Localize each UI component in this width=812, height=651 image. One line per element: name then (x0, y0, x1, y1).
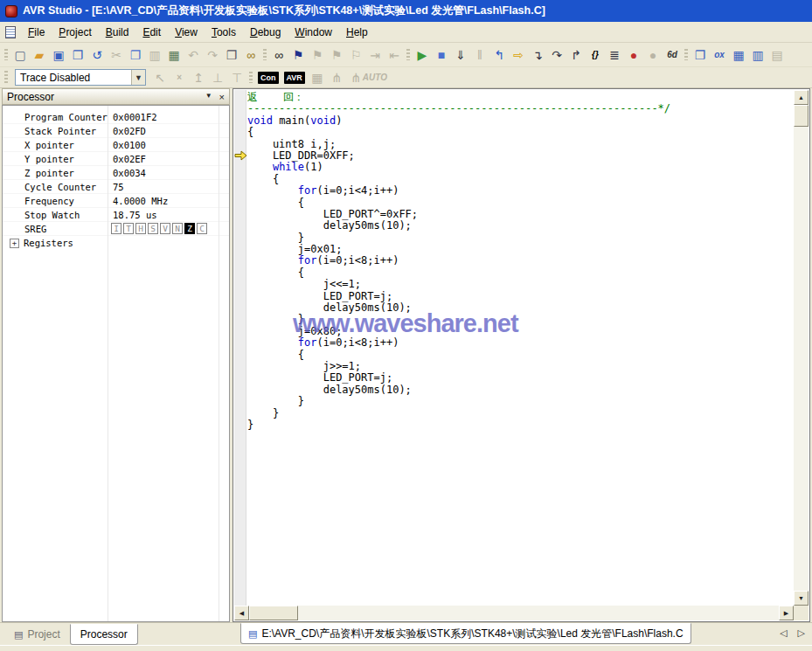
step-over-icon[interactable]: ↷ (547, 45, 566, 64)
code-line[interactable]: j=0x01; (247, 244, 793, 255)
menu-view[interactable]: View (168, 24, 205, 41)
sreg-flag-i[interactable]: I (111, 223, 121, 234)
code-line[interactable]: } (247, 408, 793, 419)
new-file-icon[interactable]: ▢ (10, 45, 30, 64)
horizontal-scroll-thumb[interactable] (249, 606, 298, 620)
expand-plus-icon[interactable]: + (10, 239, 19, 248)
code-line[interactable]: } (247, 419, 793, 431)
menu-window[interactable]: Window (288, 24, 339, 41)
code-line[interactable]: { (247, 174, 793, 185)
step-out-icon[interactable]: ↱ (566, 45, 586, 64)
register-value[interactable]: 0x02FD (108, 126, 146, 136)
register-value[interactable]: 0x0034 (108, 168, 146, 178)
trace-mode-dropdown[interactable]: Trace Disabled ▼ (15, 69, 146, 86)
quickwatch-icon[interactable]: 6d (663, 45, 682, 64)
code-area[interactable]: 返 回：------------------------------------… (247, 92, 793, 606)
register-value[interactable]: 0x0001F2 (108, 112, 157, 122)
register-value[interactable]: 0x0100 (108, 140, 146, 150)
register-window-icon[interactable]: ▦ (729, 45, 748, 64)
run-icon[interactable]: ▶ (413, 45, 432, 64)
code-line[interactable]: for(i=0;i<8;i++) (247, 337, 793, 349)
code-line[interactable]: ----------------------------------------… (247, 103, 793, 114)
sreg-flag-h[interactable]: H (135, 223, 146, 234)
menu-project[interactable]: Project (52, 24, 98, 41)
scroll-left-icon[interactable]: ◀ (234, 606, 249, 620)
horizontal-scrollbar[interactable]: ◀ ▶ (234, 606, 794, 620)
document-tab[interactable]: ▤ E:\AVR_CD\产品资料\开发板实验板\STK系列\STK48+\测试实… (240, 623, 691, 644)
code-line[interactable]: void main(void) (247, 115, 793, 127)
scroll-down-icon[interactable]: ▼ (794, 591, 809, 606)
next-document-icon[interactable]: ▷ (798, 627, 805, 639)
code-line[interactable]: { (247, 127, 793, 138)
tab-project[interactable]: ▤Project (4, 624, 70, 645)
show-next-statement-icon[interactable]: ↰ (489, 45, 509, 64)
reset-icon[interactable]: ⇓ (451, 45, 470, 64)
autostep-icon[interactable]: ≣ (605, 45, 624, 64)
copy-icon[interactable]: ❐ (126, 45, 145, 64)
print-icon[interactable]: ▦ (164, 45, 184, 64)
menu-help[interactable]: Help (339, 24, 375, 41)
code-line[interactable]: LED_PORT=j; (247, 372, 793, 384)
processor-panel-header[interactable]: Processor ▼ × (2, 88, 230, 105)
code-line[interactable]: { (247, 350, 793, 361)
code-line[interactable]: LED_DDR=0XFF; (247, 150, 793, 162)
tab-processor[interactable]: Processor (70, 624, 138, 645)
save-all-icon[interactable]: ❐ (68, 45, 87, 64)
sreg-flag-v[interactable]: V (160, 223, 170, 234)
code-line[interactable]: uint8 i,j; (247, 139, 793, 150)
io-window-icon[interactable]: ox (710, 45, 729, 64)
register-value[interactable]: 18.75 us (108, 210, 157, 220)
sreg-flag-n[interactable]: N (172, 223, 183, 234)
registers-row[interactable]: + Registers (3, 236, 229, 250)
code-line[interactable]: j<<=1; (247, 279, 793, 290)
code-line[interactable]: delay50ms(10); (247, 220, 793, 232)
open-file-icon[interactable]: ▰ (30, 45, 49, 64)
sreg-flag-c[interactable]: C (197, 223, 207, 234)
code-line[interactable]: } (247, 232, 793, 244)
vertical-scroll-thumb[interactable] (794, 105, 809, 127)
code-line[interactable]: for(i=0;i<8;i++) (247, 255, 793, 267)
prev-document-icon[interactable]: ◁ (780, 627, 787, 639)
register-value[interactable]: 75 (108, 182, 124, 192)
code-line[interactable]: LED_PORT^=0xFF; (247, 209, 793, 220)
register-value[interactable]: 0x02EF (108, 154, 146, 164)
connection-icon[interactable]: Con (258, 72, 279, 84)
sreg-flag-z[interactable]: Z (184, 223, 195, 234)
code-line[interactable]: 返 回： (247, 92, 793, 103)
scroll-up-icon[interactable]: ▲ (794, 90, 809, 105)
sreg-flag-s[interactable]: S (148, 223, 158, 234)
break-icon[interactable]: ■ (432, 45, 451, 64)
panel-menu-icon[interactable]: ▼ (205, 92, 212, 102)
save-file-icon[interactable]: ▣ (49, 45, 68, 64)
code-line[interactable]: LED_PORT=j; (247, 291, 793, 302)
find-in-files-icon[interactable]: ∞ (241, 45, 260, 64)
menu-edit[interactable]: Edit (135, 24, 168, 41)
run-to-cursor-icon[interactable]: {} (586, 45, 605, 64)
chevron-down-icon[interactable]: ▼ (131, 70, 145, 85)
menu-tools[interactable]: Tools (205, 24, 243, 41)
code-line[interactable]: } (247, 396, 793, 407)
toggle-breakpoint-icon[interactable]: ● (624, 45, 643, 64)
close-icon[interactable]: × (219, 92, 225, 102)
menu-debug[interactable]: Debug (243, 24, 288, 41)
title-bar[interactable]: AVR Studio - [E:\AVR_CD\产品资料\开发板实验板\STK系… (0, 0, 812, 22)
menu-file[interactable]: File (21, 24, 52, 41)
vertical-scrollbar[interactable]: ▲ ▼ (794, 90, 809, 606)
code-line[interactable]: { (247, 267, 793, 279)
memory-window-icon[interactable]: ▥ (748, 45, 767, 64)
code-line[interactable]: while(1) (247, 162, 793, 173)
code-line[interactable]: { (247, 197, 793, 209)
cascade-windows-icon[interactable]: ❐ (222, 45, 241, 64)
toggle-bookmark-icon[interactable]: ⚑ (288, 45, 308, 64)
scroll-right-icon[interactable]: ▶ (779, 606, 794, 620)
code-line[interactable]: for(i=0;i<4;i++) (247, 185, 793, 197)
find-icon[interactable]: ∞ (269, 45, 288, 64)
code-line[interactable]: j>>=1; (247, 361, 793, 372)
register-value[interactable]: 4.0000 MHz (108, 196, 168, 206)
sreg-flag-t[interactable]: T (123, 223, 134, 234)
watch-window-icon[interactable]: ❐ (691, 45, 710, 64)
step-into-icon[interactable]: ↴ (528, 45, 547, 64)
menu-build[interactable]: Build (99, 24, 136, 41)
goto-cursor-icon[interactable]: ⇨ (509, 45, 528, 64)
code-editor[interactable]: 返 回：------------------------------------… (232, 88, 810, 622)
